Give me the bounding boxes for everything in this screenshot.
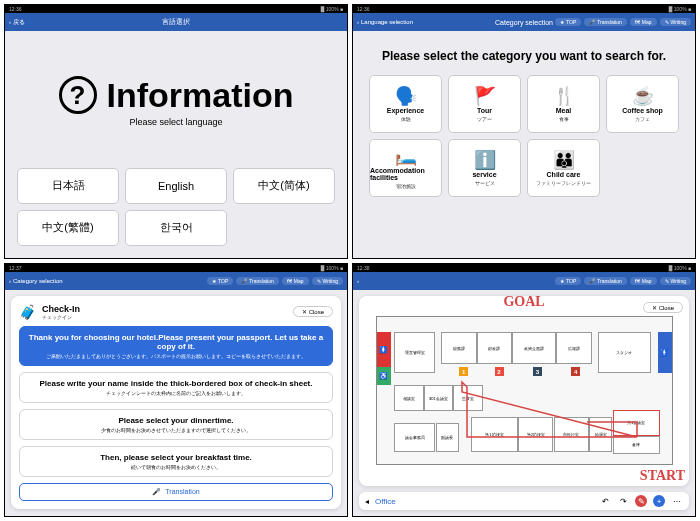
pill-map[interactable]: 🗺Map bbox=[630, 277, 657, 285]
pill-writing[interactable]: ✎Writing bbox=[660, 277, 691, 285]
modal-subtitle: チェックイン bbox=[42, 314, 80, 320]
page-subtitle: Please select language bbox=[129, 117, 222, 127]
chevron-left-icon: ‹ bbox=[357, 19, 359, 25]
category-icon: 🛏️ bbox=[395, 147, 417, 165]
close-icon: ✕ bbox=[302, 308, 307, 315]
step-1[interactable]: Thank you for choosing our hotel.Please … bbox=[19, 326, 333, 366]
translation-button[interactable]: 🎤Translation bbox=[19, 483, 333, 501]
category-tour[interactable]: 🚩Tourツアー bbox=[448, 75, 521, 133]
start-annotation: START bbox=[640, 468, 685, 484]
back-button[interactable]: ‹戻る bbox=[9, 18, 25, 27]
pill-translation[interactable]: 🎤Translation bbox=[584, 18, 627, 26]
lang-button-ko[interactable]: 한국어 bbox=[125, 210, 227, 246]
add-button[interactable]: + bbox=[653, 495, 665, 507]
checkin-screen: 12:37█ 100% ■ ‹Category selection ★TOP 🎤… bbox=[4, 263, 348, 518]
room: 運営管理室 bbox=[394, 332, 435, 373]
goal-annotation: GOAL bbox=[503, 294, 544, 310]
room-start: 第1会議室 bbox=[613, 410, 660, 436]
category-coffee-shop[interactable]: ☕Coffee shopカフェ bbox=[606, 75, 679, 133]
room: 議会事務局 bbox=[394, 423, 435, 452]
map-canvas[interactable]: ✕ Close GOAL 🚺 ♿ 🚹 運営管理室 総務課 財政課 政策企画課 広… bbox=[359, 296, 689, 487]
accessible-icon: ♿ bbox=[377, 367, 391, 385]
pill-translation[interactable]: 🎤Translation bbox=[236, 277, 279, 285]
navbar: ‹ ★TOP 🎤Translation 🗺Map ✎Writing bbox=[353, 272, 695, 290]
checkin-icon: 🧳 bbox=[19, 304, 36, 320]
category-icon: 🍴 bbox=[553, 87, 575, 105]
category-select-screen: 12:36█ 100% ■ ‹Language selection Catego… bbox=[352, 4, 696, 259]
checkin-modal: 🧳 Check-In チェックイン ✕Close Thank you for c… bbox=[11, 296, 341, 509]
category-service[interactable]: ℹ️serviceサービス bbox=[448, 139, 521, 197]
map-toolbar: ◂ Office ↶ ↷ ✎ + ⋯ bbox=[359, 492, 689, 510]
restroom-female-icon: 🚺 bbox=[377, 332, 391, 367]
pill-top[interactable]: ★TOP bbox=[555, 18, 581, 26]
pill-map[interactable]: 🗺Map bbox=[282, 277, 309, 285]
category-icon: 🗣️ bbox=[395, 87, 417, 105]
question-icon: ? bbox=[59, 76, 97, 114]
close-button[interactable]: ✕ Close bbox=[643, 302, 683, 313]
pill-writing[interactable]: ✎Writing bbox=[660, 18, 691, 26]
back-button[interactable]: ‹Language selection bbox=[357, 19, 413, 25]
back-button[interactable]: ‹Category selection bbox=[9, 278, 63, 284]
undo-button[interactable]: ↶ bbox=[599, 495, 611, 507]
room: 財政課 bbox=[477, 332, 512, 364]
navbar: ‹戻る 言語選択 bbox=[5, 13, 347, 31]
room: 相談室 bbox=[394, 385, 424, 411]
room: 市民控室 bbox=[554, 417, 589, 452]
step-3[interactable]: Please select your dinnertime.夕食のお時間をお決め… bbox=[19, 409, 333, 440]
nav-title: 言語選択 bbox=[162, 17, 190, 27]
room: 政策企画課 bbox=[512, 332, 556, 364]
close-button[interactable]: ✕Close bbox=[293, 306, 333, 317]
pill-top[interactable]: ★TOP bbox=[207, 277, 233, 285]
page-title: Information bbox=[107, 76, 294, 115]
pill-top[interactable]: ★TOP bbox=[555, 277, 581, 285]
navbar: ‹Category selection ★TOP 🎤Translation 🗺M… bbox=[5, 272, 347, 290]
more-button[interactable]: ⋯ bbox=[671, 495, 683, 507]
room: 副議長 bbox=[436, 423, 460, 452]
lang-button-zh-tw[interactable]: 中文(繁體) bbox=[17, 210, 119, 246]
status-bar: 12:36█ 100% ■ bbox=[5, 5, 347, 13]
category-child-care[interactable]: 👪Child careファミリーフレンドリー bbox=[527, 139, 600, 197]
pen-button[interactable]: ✎ bbox=[635, 495, 647, 507]
room: 第1応接室 bbox=[471, 417, 518, 452]
navbar: ‹Language selection Category selection ★… bbox=[353, 13, 695, 31]
chevron-left-icon: ‹ bbox=[9, 278, 11, 284]
lang-button-ja[interactable]: 日本語 bbox=[17, 168, 119, 204]
pill-map[interactable]: 🗺Map bbox=[630, 18, 657, 26]
status-bar: 12:38█ 100% ■ bbox=[353, 264, 695, 272]
marker-3: 3 bbox=[533, 367, 542, 376]
restroom-male-icon: 🚹 bbox=[658, 332, 672, 373]
chevron-left-icon: ‹ bbox=[357, 278, 359, 284]
category-meal[interactable]: 🍴Meal食事 bbox=[527, 75, 600, 133]
room: 総務課 bbox=[441, 332, 476, 364]
marker-1: 1 bbox=[459, 367, 468, 376]
language-select-screen: 12:36█ 100% ■ ‹戻る 言語選択 ? Information Ple… bbox=[4, 4, 348, 259]
step-2[interactable]: Please write your name inside the thick-… bbox=[19, 372, 333, 403]
modal-title: Check-In bbox=[42, 304, 80, 314]
lang-button-en[interactable]: English bbox=[125, 168, 227, 204]
room: 広報課 bbox=[556, 332, 591, 364]
map-screen: 12:38█ 100% ■ ‹ ★TOP 🎤Translation 🗺Map ✎… bbox=[352, 263, 696, 518]
room: 給湯室 bbox=[589, 417, 613, 452]
lang-button-zh-cn[interactable]: 中文(简体) bbox=[233, 168, 335, 204]
status-bar: 12:36█ 100% ■ bbox=[353, 5, 695, 13]
category-experience[interactable]: 🗣️Experience体験 bbox=[369, 75, 442, 133]
category-icon: ℹ️ bbox=[474, 151, 496, 169]
status-bar: 12:37█ 100% ■ bbox=[5, 264, 347, 272]
category-accommodation-facilities[interactable]: 🛏️Accommodation facilities宿泊施設 bbox=[369, 139, 442, 197]
marker-4: 4 bbox=[571, 367, 580, 376]
room: 第2応接室 bbox=[518, 417, 553, 452]
step-4[interactable]: Then, please select your breakfast time.… bbox=[19, 446, 333, 477]
toolbar-label[interactable]: Office bbox=[375, 497, 396, 506]
back-button[interactable]: ‹ bbox=[357, 278, 359, 284]
pill-translation[interactable]: 🎤Translation bbox=[584, 277, 627, 285]
category-icon: 🚩 bbox=[474, 87, 496, 105]
floor-plan: 🚺 ♿ 🚹 運営管理室 総務課 財政課 政策企画課 広報課 スタジオ 相談室 3… bbox=[376, 316, 673, 465]
room: スタジオ bbox=[598, 332, 651, 373]
room: 301会議室 bbox=[424, 385, 454, 411]
prev-button[interactable]: ◂ bbox=[365, 497, 369, 506]
mic-icon: 🎤 bbox=[152, 488, 161, 496]
pill-writing[interactable]: ✎Writing bbox=[312, 277, 343, 285]
marker-2: 2 bbox=[495, 367, 504, 376]
redo-button[interactable]: ↷ bbox=[617, 495, 629, 507]
category-icon: 👪 bbox=[553, 151, 575, 169]
